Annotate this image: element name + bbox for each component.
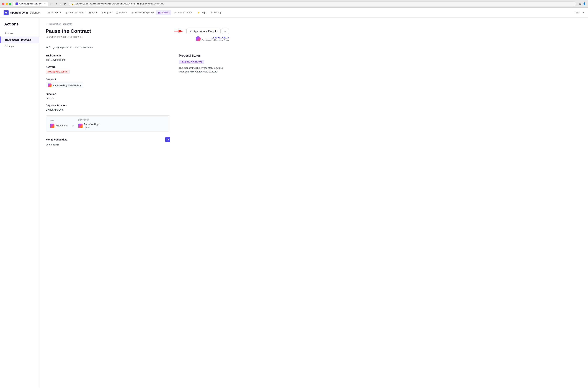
deploy-icon: ↑ xyxy=(102,11,103,14)
incident-icon: ◎ xyxy=(131,11,133,14)
nav-item-deploy[interactable]: ↑ Deploy xyxy=(100,10,113,15)
back-button[interactable]: ‹ xyxy=(55,2,58,6)
manage-icon: ⚙ xyxy=(211,11,213,14)
maximize-window-button[interactable] xyxy=(9,3,11,5)
logs-icon: ⚡ xyxy=(197,11,200,14)
approval-process-value: Owner Approval xyxy=(46,108,170,111)
app-header: OpenZeppelin|defender ⊞ Overview ◫ Code … xyxy=(0,8,588,18)
contract-node-function: pause xyxy=(84,126,101,128)
browser-chrome: OpenZeppelin Defender ✕ + ‹ › ↻ 🔒 defend… xyxy=(0,0,588,8)
breadcrumb[interactable]: ← Transaction Proposals xyxy=(46,23,229,25)
docs-link[interactable]: Docs xyxy=(574,11,580,14)
logo-text: OpenZeppelin|defender xyxy=(10,11,40,14)
contract-section: Contract Pausable Upgradeable Box xyxy=(46,78,170,88)
contract-node-label: CONTRACT xyxy=(78,119,101,121)
flow-contract-node: CONTRACT Pausable Upgr... pause xyxy=(78,119,101,128)
function-paren: ( xyxy=(53,97,54,100)
main-layout: Actions Actions Transaction Proposals Se… xyxy=(0,18,588,388)
nav-label-deploy: Deploy xyxy=(104,11,111,14)
subheader-row: Submitted on: 2023-12-06 18:22:42 0x3B93… xyxy=(46,36,229,42)
page-header: Pause the Contract ✓ Approve xyxy=(46,28,229,34)
nav-item-code-inspector[interactable]: ◫ Code Inspector xyxy=(63,10,86,15)
extensions-button[interactable]: ⊞ xyxy=(579,2,581,5)
wallet-network: Connected to Moonbase Alpha xyxy=(202,39,229,41)
new-tab-button[interactable]: + xyxy=(50,2,52,5)
browser-window-controls xyxy=(2,3,11,5)
environment-section: Environment Test Environment xyxy=(46,54,170,61)
network-section: Network MOONBASE ALPHA xyxy=(46,66,170,74)
eoa-box: My Address xyxy=(50,123,68,128)
tab-close-button[interactable]: ✕ xyxy=(44,3,45,5)
home-icon: ⊞ xyxy=(48,11,50,14)
flow-arrow-icon: → xyxy=(72,124,75,127)
actions-icon: ▤ xyxy=(158,11,160,14)
sidebar-nav: Actions Transaction Proposals Settings xyxy=(0,30,39,49)
audit-icon: ▣ xyxy=(89,11,91,14)
nav-item-actions[interactable]: ▤ Actions xyxy=(156,10,171,15)
nav-label-overview: Overview xyxy=(51,11,61,14)
copy-icon: ⊡ xyxy=(167,138,169,141)
profile-button[interactable]: 👤 xyxy=(583,2,586,5)
detail-right-column: Proposal Status PENDING APPROVAL This pr… xyxy=(179,54,229,146)
function-value: pause( xyxy=(46,97,170,100)
nav-item-manage[interactable]: ⚙ Manage xyxy=(208,10,224,15)
minimize-window-button[interactable] xyxy=(5,3,8,5)
header-actions: ✓ Approve and Execute ··· xyxy=(174,28,229,34)
network-badge: MOONBASE ALPHA xyxy=(46,70,70,74)
nav-item-audit[interactable]: ▣ Audit xyxy=(87,10,100,15)
hex-label: Hex-Encoded data xyxy=(46,138,67,141)
monitor-icon: ◎ xyxy=(116,11,118,14)
approval-process-section: Approval Process Owner Approval xyxy=(46,104,170,111)
network-label: Network xyxy=(46,66,170,68)
contract-node-name: Pausable Upgr... xyxy=(84,123,101,125)
logo-icon xyxy=(3,10,9,15)
url-text: defender.openzeppelin.com/v2/#/actions/e… xyxy=(75,2,164,5)
more-options-button[interactable]: ··· xyxy=(222,28,229,34)
detail-left-column: Environment Test Environment Network MOO… xyxy=(46,54,170,146)
nav-label-monitor: Monitor xyxy=(119,11,127,14)
hex-section: Hex-Encoded data ⊡ 0x8456cb59 xyxy=(46,137,170,146)
browser-navigation: ‹ › ↻ xyxy=(55,2,67,6)
hex-value: 0x8456cb59 xyxy=(46,144,170,146)
sidebar-item-transaction-proposals[interactable]: Transaction Proposals xyxy=(0,37,39,43)
annotation-arrow-icon xyxy=(174,29,184,33)
main-content: ← Transaction Proposals Pause the Contra… xyxy=(39,18,235,388)
hex-header: Hex-Encoded data ⊡ xyxy=(46,137,170,142)
code-inspector-icon: ◫ xyxy=(65,11,68,14)
nav-item-overview[interactable]: ⊞ Overview xyxy=(46,10,63,15)
contract-badge: Pausable Upgradeable Box xyxy=(46,82,83,88)
sidebar-item-settings[interactable]: Settings xyxy=(0,43,39,49)
nav-label-incident-response: Incident Response xyxy=(134,11,154,14)
detail-columns: Environment Test Environment Network MOO… xyxy=(46,54,229,146)
proposal-status-title: Proposal Status xyxy=(179,54,229,57)
sidebar-item-actions[interactable]: Actions xyxy=(0,30,39,37)
flow-eoa-node: EOA My Address xyxy=(50,120,68,128)
eoa-label: EOA xyxy=(50,120,68,122)
close-window-button[interactable] xyxy=(2,3,4,5)
description-text: We're going to pause it as a demonstrati… xyxy=(46,45,229,49)
approve-and-execute-button[interactable]: ✓ Approve and Execute xyxy=(186,28,221,34)
hex-copy-button[interactable]: ⊡ xyxy=(165,137,170,142)
contract-name: Pausable Upgradeable Box xyxy=(53,84,81,87)
contract-node-icon xyxy=(78,123,82,128)
arrow-annotation xyxy=(174,29,185,33)
nav-item-access-control[interactable]: ⊙ Access Control xyxy=(172,10,194,15)
nav-label-access-control: Access Control xyxy=(177,11,192,14)
sidebar: Actions Actions Transaction Proposals Se… xyxy=(0,18,39,388)
nav-item-logs[interactable]: ⚡ Logs xyxy=(195,10,208,15)
forward-button[interactable]: › xyxy=(59,2,62,6)
reload-button[interactable]: ↻ xyxy=(63,2,67,6)
sidebar-title: Actions xyxy=(0,22,39,30)
breadcrumb-arrow-icon: ← xyxy=(46,23,48,25)
nav-item-monitor[interactable]: ◎ Monitor xyxy=(114,10,129,15)
browser-tab[interactable]: OpenZeppelin Defender ✕ xyxy=(13,1,48,6)
nav-item-incident-response[interactable]: ◎ Incident Response xyxy=(129,10,156,15)
nav-label-audit: Audit xyxy=(92,11,98,14)
header-right: Docs ≡ xyxy=(574,11,585,14)
approve-button-label: Approve and Execute xyxy=(193,30,217,33)
function-section: Function pause( xyxy=(46,93,170,100)
logo[interactable]: OpenZeppelin|defender xyxy=(3,10,40,15)
contract-node-details: Pausable Upgr... pause xyxy=(84,123,101,128)
address-bar[interactable]: 🔒 defender.openzeppelin.com/v2/#/actions… xyxy=(69,1,576,6)
hamburger-menu-button[interactable]: ≡ xyxy=(583,11,585,14)
